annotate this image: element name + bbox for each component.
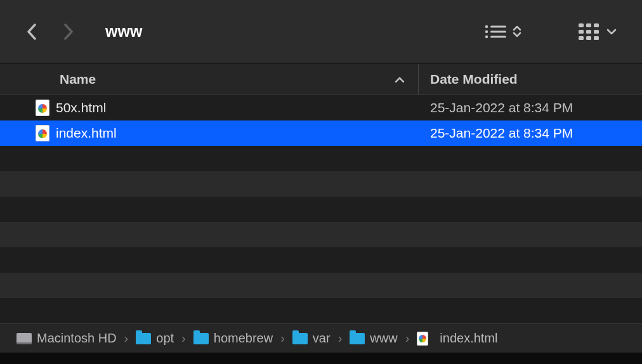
breadcrumb[interactable]: index.html xyxy=(417,331,497,346)
toolbar-right xyxy=(485,23,617,40)
svg-rect-13 xyxy=(586,36,591,40)
toolbar: www xyxy=(0,0,642,63)
breadcrumb[interactable]: opt xyxy=(136,331,174,346)
updown-icon xyxy=(513,25,521,37)
svg-rect-6 xyxy=(579,23,584,27)
html-file-icon xyxy=(36,100,49,116)
svg-point-4 xyxy=(485,35,488,37)
svg-rect-10 xyxy=(586,30,591,34)
svg-rect-5 xyxy=(490,36,506,37)
file-list: 50x.html 25-Jan-2022 at 8:34 PM index.ht… xyxy=(0,95,642,298)
file-name-label: index.html xyxy=(56,126,117,141)
file-row[interactable]: 50x.html 25-Jan-2022 at 8:34 PM xyxy=(0,95,642,120)
column-header: Name Date Modified xyxy=(0,63,642,95)
file-name-label: 50x.html xyxy=(56,100,106,115)
chevron-down-icon xyxy=(606,26,617,37)
breadcrumb[interactable]: Macintosh HD xyxy=(16,331,117,346)
svg-point-0 xyxy=(485,25,488,27)
folder-icon xyxy=(193,333,209,344)
column-date[interactable]: Date Modified xyxy=(419,72,642,87)
breadcrumb[interactable]: www xyxy=(350,331,397,346)
grid-icon xyxy=(579,23,600,40)
html-file-icon xyxy=(36,125,49,141)
bottom-strip xyxy=(0,353,642,364)
file-date-label: 25-Jan-2022 at 8:34 PM xyxy=(419,126,642,141)
list-icon xyxy=(485,24,506,39)
empty-row xyxy=(0,171,642,197)
svg-rect-3 xyxy=(490,30,506,32)
file-row[interactable]: index.html 25-Jan-2022 at 8:34 PM xyxy=(0,120,642,146)
svg-rect-14 xyxy=(594,36,599,40)
path-bar: Macintosh HD › opt › homebrew › var › ww… xyxy=(0,323,642,353)
breadcrumb-label: var xyxy=(313,331,331,346)
svg-rect-7 xyxy=(586,23,591,27)
forward-button[interactable] xyxy=(62,22,75,41)
folder-icon xyxy=(292,333,308,344)
svg-rect-8 xyxy=(594,23,599,27)
empty-row xyxy=(0,146,642,171)
breadcrumb-label: Macintosh HD xyxy=(37,331,117,346)
svg-rect-9 xyxy=(579,30,584,34)
breadcrumb-label: opt xyxy=(156,331,174,346)
svg-rect-12 xyxy=(579,36,584,40)
column-name-label: Name xyxy=(60,72,96,87)
empty-row xyxy=(0,273,642,298)
column-name[interactable]: Name xyxy=(0,63,419,94)
file-date-label: 25-Jan-2022 at 8:34 PM xyxy=(419,100,642,115)
breadcrumb-label: www xyxy=(370,331,397,346)
breadcrumb[interactable]: homebrew xyxy=(193,331,273,346)
folder-icon xyxy=(136,333,151,344)
html-file-icon xyxy=(417,332,428,346)
empty-row xyxy=(0,197,642,222)
svg-point-2 xyxy=(485,30,488,32)
folder-icon xyxy=(350,333,365,344)
svg-rect-11 xyxy=(594,30,599,34)
breadcrumb-separator: › xyxy=(337,331,344,346)
breadcrumb-separator: › xyxy=(180,331,187,346)
breadcrumb[interactable]: var xyxy=(292,331,331,346)
breadcrumb-label: homebrew xyxy=(214,331,273,346)
sort-ascending-icon xyxy=(394,72,405,87)
empty-row xyxy=(0,247,642,273)
view-mode-list[interactable] xyxy=(485,24,521,39)
svg-rect-1 xyxy=(490,25,506,27)
harddrive-icon xyxy=(16,333,32,344)
view-mode-icons[interactable] xyxy=(579,23,617,40)
empty-row xyxy=(0,222,642,247)
breadcrumb-separator: › xyxy=(404,331,411,346)
column-date-label: Date Modified xyxy=(430,72,518,86)
breadcrumb-label: index.html xyxy=(440,331,497,346)
nav-arrows xyxy=(25,22,75,41)
back-button[interactable] xyxy=(25,22,38,41)
breadcrumb-separator: › xyxy=(279,331,286,346)
breadcrumb-separator: › xyxy=(123,331,130,346)
window-title: www xyxy=(105,22,142,41)
